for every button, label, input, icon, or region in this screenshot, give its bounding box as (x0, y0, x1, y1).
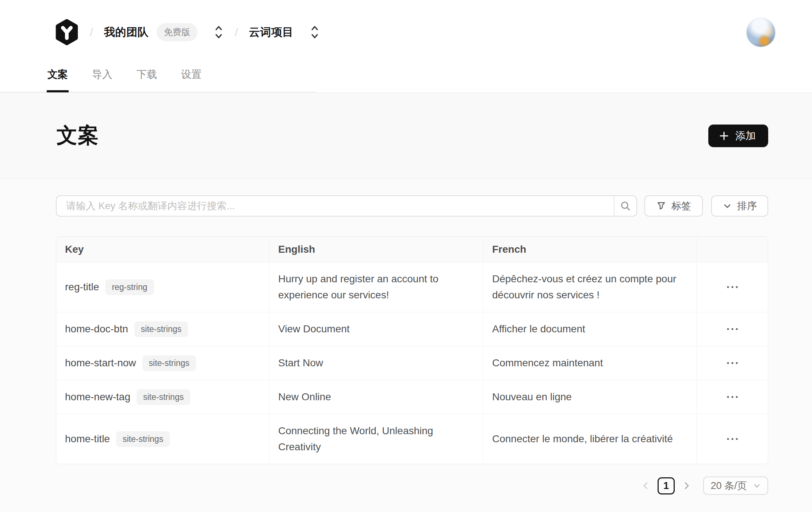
page-size-select[interactable]: 20 条/页 (703, 477, 768, 495)
more-horizontal-icon (726, 361, 739, 365)
page-header: 文案 添加 (0, 92, 812, 179)
breadcrumb: / 我的团队 免费版 / 云词项目 (55, 18, 320, 47)
key-tag-badge: site-strings (134, 321, 188, 337)
table-row[interactable]: reg-title reg-string Hurry up and regist… (56, 262, 768, 312)
more-options-button[interactable] (720, 322, 745, 336)
english-cell: Hurry up and register an account to expe… (269, 262, 483, 312)
key-name: home-start-now (65, 355, 136, 371)
chevron-left-icon (641, 480, 650, 491)
add-button[interactable]: 添加 (708, 125, 768, 147)
french-cell: Dépêchez-vous et créez un compte pour dé… (483, 262, 697, 312)
more-options-button[interactable] (720, 280, 745, 294)
chevrons-up-down-icon (214, 25, 223, 39)
breadcrumb-separator: / (235, 26, 238, 39)
column-header-french: French (483, 237, 697, 262)
user-avatar[interactable] (746, 18, 776, 47)
current-page-button[interactable]: 1 (658, 477, 675, 494)
previous-page-button[interactable] (639, 480, 652, 491)
column-header-english: English (269, 237, 483, 262)
search-box (56, 195, 637, 217)
actions-cell (697, 414, 768, 464)
actions-cell (697, 346, 768, 380)
more-horizontal-icon (726, 395, 739, 399)
english-cell: View Document (269, 312, 483, 346)
table-row[interactable]: home-title site-strings Connecting the W… (56, 414, 768, 464)
magnifier-icon (620, 200, 631, 212)
key-tag-badge: site-strings (137, 389, 190, 405)
team-name[interactable]: 我的团队 (104, 25, 149, 40)
french-cell: Afficher le document (483, 312, 697, 346)
tab-bar: 文案 导入 下载 设置 (47, 68, 202, 92)
key-name: home-new-tag (65, 389, 130, 405)
key-name: reg-title (65, 279, 99, 295)
project-name[interactable]: 云词项目 (249, 25, 294, 40)
app-window: / 我的团队 免费版 / 云词项目 文案 导入 下载 (0, 0, 812, 512)
page-size-value: 20 条/页 (710, 479, 747, 492)
french-cell: Commencez maintenant (483, 346, 697, 380)
key-cell: reg-title reg-string (56, 262, 269, 312)
more-options-button[interactable] (720, 390, 745, 404)
team-switcher-button[interactable] (214, 24, 224, 40)
tab-settings[interactable]: 设置 (180, 68, 202, 92)
chevron-right-icon (683, 480, 691, 491)
tab-import[interactable]: 导入 (91, 68, 113, 92)
plus-icon (719, 130, 729, 141)
more-horizontal-icon (726, 327, 739, 331)
plan-badge: 免费版 (157, 23, 198, 41)
toolbar: 标签 排序 (56, 195, 768, 217)
actions-cell (697, 380, 768, 414)
chevron-down-icon (723, 201, 732, 211)
more-horizontal-icon (726, 285, 739, 289)
tab-download[interactable]: 下载 (136, 68, 158, 92)
funnel-icon (656, 201, 666, 211)
project-switcher-button[interactable] (310, 24, 320, 40)
tag-filter-label: 标签 (671, 199, 691, 213)
table-row[interactable]: home-start-now site-strings Start Now Co… (56, 346, 768, 380)
english-cell: Connecting the World, Unleashing Creativ… (269, 414, 483, 464)
french-cell: Connecter le monde, libérer la créativit… (483, 414, 697, 464)
main-content: 标签 排序 Key English French reg-title (0, 179, 812, 512)
more-options-button[interactable] (720, 432, 745, 446)
french-cell: Nouveau en ligne (483, 380, 697, 414)
column-header-key: Key (56, 237, 269, 262)
column-header-actions (697, 237, 768, 262)
table-row[interactable]: home-doc-btn site-strings View Document … (56, 312, 768, 346)
top-bar: / 我的团队 免费版 / 云词项目 文案 导入 下载 (0, 0, 812, 92)
actions-cell (697, 262, 768, 312)
strings-table: Key English French reg-title reg-string … (56, 236, 768, 464)
key-name: home-doc-btn (65, 321, 128, 337)
breadcrumb-separator: / (90, 26, 93, 39)
actions-cell (697, 312, 768, 346)
english-cell: Start Now (269, 346, 483, 380)
tag-filter-button[interactable]: 标签 (644, 195, 703, 217)
search-button[interactable] (614, 196, 636, 216)
key-cell: home-start-now site-strings (56, 346, 269, 380)
table-row[interactable]: home-new-tag site-strings New Online Nou… (56, 380, 768, 414)
sort-label: 排序 (737, 199, 757, 213)
tab-copy[interactable]: 文案 (47, 68, 69, 92)
english-cell: New Online (269, 380, 483, 414)
key-tag-badge: reg-string (105, 279, 154, 295)
page-title: 文案 (57, 122, 99, 150)
chevrons-up-down-icon (310, 25, 319, 39)
add-button-label: 添加 (735, 129, 756, 143)
more-horizontal-icon (726, 437, 739, 441)
key-tag-badge: site-strings (142, 355, 196, 371)
app-logo-icon[interactable] (55, 19, 79, 46)
key-name: home-title (65, 431, 110, 447)
more-options-button[interactable] (720, 356, 745, 370)
key-tag-badge: site-strings (116, 431, 170, 447)
sort-button[interactable]: 排序 (711, 195, 768, 217)
key-cell: home-doc-btn site-strings (56, 312, 269, 346)
chevron-down-icon (753, 482, 761, 490)
table-header-row: Key English French (56, 237, 768, 262)
key-cell: home-title site-strings (56, 414, 269, 464)
pagination: 1 20 条/页 (0, 477, 768, 495)
search-input[interactable] (57, 196, 614, 216)
next-page-button[interactable] (680, 480, 694, 491)
key-cell: home-new-tag site-strings (56, 380, 269, 414)
